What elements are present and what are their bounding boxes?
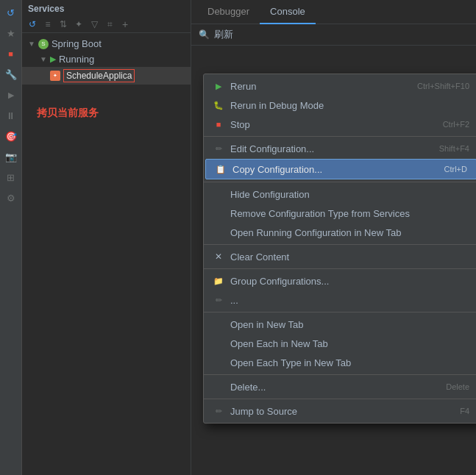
menu-item-copy-config[interactable]: 📋 Copy Configuration... Ctrl+D <box>205 159 476 179</box>
menu-item-edit-config[interactable]: ✏ Edit Configuration... Shift+F4 <box>204 139 476 158</box>
separator-2 <box>204 182 476 182</box>
app-icon: ✦ <box>50 71 60 81</box>
side-icon-pause[interactable]: ⏸ <box>3 107 19 124</box>
menu-item-remove-config[interactable]: Remove Configuration Type from Services <box>204 204 476 223</box>
toolbar-config-icon[interactable]: ✦ <box>73 18 85 30</box>
menu-item-jump-source[interactable]: ✏ Jump to Source F4 <box>204 401 476 421</box>
menu-item-delete[interactable]: Delete... Delete <box>204 377 476 396</box>
clear-content-icon: ✕ <box>213 251 224 262</box>
separator-6 <box>204 374 476 375</box>
menu-item-rerun[interactable]: ▶ Rerun Ctrl+Shift+F10 <box>204 76 476 96</box>
menu-item-stop[interactable]: ■ Stop Ctrl+F2 <box>204 115 476 134</box>
spring-boot-item[interactable]: ▼ S Spring Boot <box>22 36 191 51</box>
edit-config-shortcut: Shift+F4 <box>439 144 469 153</box>
group-configs-icon: 📁 <box>213 275 224 287</box>
remove-config-label: Remove Configuration Type from Services <box>230 208 469 219</box>
delete-label: Delete... <box>230 382 440 393</box>
separator-3 <box>204 244 476 245</box>
tabs-bar: Debugger Console <box>191 0 476 24</box>
jump-source-icon: ✏ <box>213 405 224 417</box>
side-icon-strip: ↺ ★ ■ 🔧 ▶ ⏸ 🎯 📷 ⊞ ⚙ <box>0 0 22 475</box>
toolbar-sort-icon[interactable]: ⇅ <box>57 18 69 30</box>
menu-item-rerun-debug[interactable]: 🐛 Rerun in Debug Mode <box>204 96 476 115</box>
services-title: Services <box>22 0 191 16</box>
tree-container: ▼ S Spring Boot ▼ ▶ Running ✦ ScheduleAp… <box>22 33 191 85</box>
toolbar-refresh-icon[interactable]: ↺ <box>26 18 38 30</box>
copy-config-label: Copy Configuration... <box>232 164 438 175</box>
chevron-running-icon: ▼ <box>40 55 47 63</box>
delete-icon <box>213 381 224 393</box>
menu-item-open-each-type-new-tab[interactable]: Open Each Type in New Tab <box>204 353 476 372</box>
delete-shortcut: Delete <box>446 382 469 391</box>
toolbar-filter-icon[interactable]: ▽ <box>88 18 100 30</box>
menu-item-clear-content[interactable]: ✕ Clear Content <box>204 247 476 266</box>
toolbar-list-icon[interactable]: ≡ <box>42 18 54 30</box>
side-icon-target[interactable]: 🎯 <box>3 128 19 144</box>
side-icon-camera[interactable]: 📷 <box>3 149 19 165</box>
services-panel: Services ↺ ≡ ⇅ ✦ ▽ ⌗ + ▼ S Spring Boot ▼… <box>22 0 191 475</box>
context-menu: ▶ Rerun Ctrl+Shift+F10 🐛 Rerun in Debug … <box>203 74 476 424</box>
app-container: ↺ ★ ■ 🔧 ▶ ⏸ 🎯 📷 ⊞ ⚙ Services ↺ ≡ ⇅ ✦ ▽ ⌗… <box>0 0 476 475</box>
copy-config-icon: 📋 <box>215 163 227 175</box>
ellipsis-icon: ✏ <box>213 294 224 306</box>
separator-7 <box>204 399 476 399</box>
schedule-app-label: ScheduleApplica <box>63 69 135 82</box>
rerun-shortcut: Ctrl+Shift+F10 <box>417 82 469 90</box>
separator-5 <box>204 312 476 312</box>
stop-shortcut: Ctrl+F2 <box>443 120 469 129</box>
open-each-type-new-tab-icon <box>213 357 224 368</box>
separator-1 <box>204 136 476 137</box>
open-running-icon <box>213 226 224 238</box>
side-icon-stop[interactable]: ■ <box>3 46 19 62</box>
edit-config-icon: ✏ <box>213 143 224 154</box>
menu-item-group-configs[interactable]: 📁 Group Configurations... <box>204 271 476 290</box>
schedule-app-item[interactable]: ✦ ScheduleApplica <box>22 67 191 85</box>
copy-config-shortcut: Ctrl+D <box>444 165 467 174</box>
open-each-new-tab-label: Open Each in New Tab <box>230 338 469 349</box>
rerun-debug-icon: 🐛 <box>213 99 224 111</box>
edit-config-label: Edit Configuration... <box>230 143 433 154</box>
open-each-new-tab-icon <box>213 338 224 349</box>
jump-source-shortcut: F4 <box>460 407 469 415</box>
open-running-label: Open Running Configuration in New Tab <box>230 227 469 238</box>
open-new-tab-label: Open in New Tab <box>230 319 469 330</box>
running-item[interactable]: ▼ ▶ Running <box>22 51 191 67</box>
spring-boot-label: Spring Boot <box>51 38 102 49</box>
side-icon-wrench[interactable]: 🔧 <box>3 66 19 82</box>
stop-label: Stop <box>230 119 437 130</box>
tab-console[interactable]: Console <box>260 0 316 24</box>
chinese-annotation: 拷贝当前服务 <box>22 85 191 126</box>
side-icon-play[interactable]: ▶ <box>3 87 19 103</box>
menu-item-hide-config[interactable]: Hide Configuration <box>204 185 476 204</box>
rerun-icon: ▶ <box>213 80 224 92</box>
menu-item-open-running[interactable]: Open Running Configuration in New Tab <box>204 223 476 242</box>
toolbar-add-icon[interactable]: + <box>119 18 131 30</box>
open-each-type-new-tab-label: Open Each Type in New Tab <box>230 357 469 368</box>
search-refresh-label: 刷新 <box>214 28 233 41</box>
menu-item-open-each-new-tab[interactable]: Open Each in New Tab <box>204 334 476 353</box>
menu-item-ellipsis[interactable]: ✏ ... <box>204 290 476 310</box>
stop-icon: ■ <box>213 118 224 130</box>
running-label: Running <box>59 54 94 65</box>
toolbar-group-icon[interactable]: ⌗ <box>104 18 116 30</box>
rerun-debug-label: Rerun in Debug Mode <box>230 100 469 111</box>
chevron-spring-icon: ▼ <box>28 40 35 48</box>
side-icon-gear[interactable]: ⚙ <box>3 190 19 206</box>
run-icon: ▶ <box>50 54 56 64</box>
rerun-label: Rerun <box>230 81 411 92</box>
separator-4 <box>204 268 476 269</box>
tab-debugger[interactable]: Debugger <box>197 0 260 24</box>
side-icon-star[interactable]: ★ <box>3 25 19 41</box>
search-bar: 🔍 刷新 <box>191 24 476 46</box>
jump-source-label: Jump to Source <box>230 406 454 417</box>
search-icon: 🔍 <box>199 29 210 40</box>
side-icon-refresh[interactable]: ↺ <box>3 4 19 21</box>
menu-item-open-new-tab[interactable]: Open in New Tab <box>204 315 476 334</box>
ellipsis-label: ... <box>230 295 469 306</box>
hide-config-icon <box>213 188 224 200</box>
side-icon-grid[interactable]: ⊞ <box>3 169 19 185</box>
remove-config-icon <box>213 207 224 219</box>
open-new-tab-icon <box>213 318 224 330</box>
spring-icon: S <box>38 39 49 49</box>
services-toolbar: ↺ ≡ ⇅ ✦ ▽ ⌗ + <box>22 16 191 33</box>
